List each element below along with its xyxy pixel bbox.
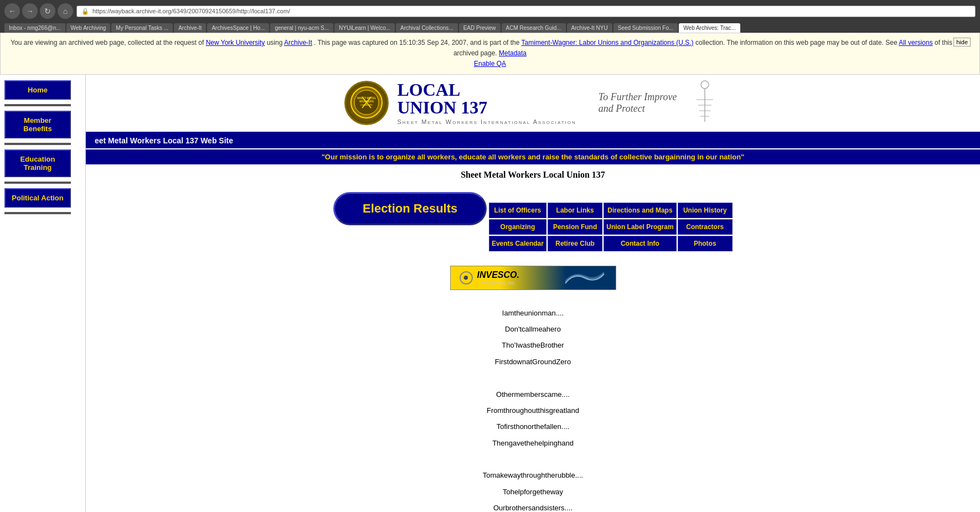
tab-archival[interactable]: Archival Collections... — [396, 23, 458, 33]
lock-icon: 🔒 — [81, 8, 89, 15]
back-button[interactable]: ← — [4, 3, 20, 19]
invesco-decoration — [519, 270, 607, 286]
archive-text: You are viewing an archived web page, co… — [11, 39, 205, 46]
poem-spacer-2 — [97, 453, 969, 466]
sidebar-divider-4 — [4, 212, 71, 214]
invesco-subtitle: Retirement, Inc. — [477, 280, 519, 286]
tab-nyuilearn[interactable]: NYUiLearn | Welco... — [334, 23, 395, 33]
tab-webarchiving[interactable]: Web Archiving — [66, 23, 111, 33]
local-union-title: LOCALUNION 137 — [397, 81, 576, 116]
nav-pension-fund[interactable]: Pension Fund — [548, 219, 602, 235]
archive-banner: hide You are viewing an archived web pag… — [0, 33, 980, 75]
header-decoration — [688, 80, 721, 126]
logo-inner: SHEET METAL WORKERS LOCAL 137 — [350, 86, 383, 120]
home-button[interactable]: ⌂ — [58, 3, 73, 19]
poem-line-10: Tohelpforgetheway — [97, 485, 969, 498]
nav-photos[interactable]: Photos — [678, 236, 733, 251]
sidebar-item-home[interactable]: Home — [4, 80, 71, 100]
tab-inbox[interactable]: Inbox - nmg266@n... — [4, 23, 65, 33]
poem-line-7: Tofirsthonorthefallen.... — [97, 420, 969, 433]
versions-link[interactable]: All versions — [899, 39, 932, 46]
tab-archiveit[interactable]: Archive-It — [174, 23, 206, 33]
tab-tasks[interactable]: My Personal Tasks ... — [111, 23, 173, 33]
tab-general[interactable]: general | nyu-acm S... — [270, 23, 333, 33]
invesco-banner[interactable]: ⚫ INVESCO. Retirement, Inc. — [450, 266, 616, 290]
invesco-name-block: INVESCO. Retirement, Inc. — [477, 270, 519, 286]
poem-line-1: Iamtheunionman.... — [97, 307, 969, 319]
url-text: https://wayback.archive-it.org/6349/2007… — [92, 8, 290, 14]
poem-line-2: Don'tcallmeahero — [97, 323, 969, 335]
browser-tabs: Inbox - nmg266@n... Web Archiving My Per… — [4, 23, 976, 33]
sidebar-item-member-benefits[interactable]: Member Benefits — [4, 111, 71, 138]
content-body: Sheet Metal Workers Local Union 137 Elec… — [86, 164, 980, 512]
sidebar-divider-3 — [4, 182, 71, 184]
metadata-link[interactable]: Metadata — [499, 49, 527, 57]
tab-seed[interactable]: Seed Submission Fo... — [613, 23, 678, 33]
header-subtitle: Sheet Metal Workers International Associ… — [397, 118, 576, 125]
nav-contractors[interactable]: Contractors — [678, 219, 733, 235]
enable-qa-link[interactable]: Enable QA — [474, 60, 506, 68]
header-title: LOCALUNION 137 Sheet Metal Workers Inter… — [397, 81, 576, 125]
site-header: SHEET METAL WORKERS LOCAL 137 LOCALUNION… — [86, 75, 980, 133]
archiveit-link[interactable]: Archive-It — [284, 39, 312, 46]
nyu-link[interactable]: New York University — [206, 39, 265, 46]
archive-text3: . This page was captured on 15:10:35 Sep… — [314, 39, 522, 46]
nav-list-of-officers[interactable]: List of Officers — [489, 203, 546, 218]
invesco-logo: ⚫ — [460, 271, 473, 285]
forward-button[interactable]: → — [22, 3, 38, 19]
address-bar[interactable]: 🔒 https://wayback.archive-it.org/6349/20… — [76, 6, 976, 17]
poem-line-8: Thengavethehelpinghand — [97, 437, 969, 449]
site-title-bar: eet Metal Workers Local 137 Web Site — [86, 133, 980, 148]
hide-button[interactable]: hide — [953, 38, 971, 46]
main-content: SHEET METAL WORKERS LOCAL 137 LOCALUNION… — [86, 75, 980, 512]
sidebar: Home Member Benefits Education Training … — [0, 75, 86, 512]
poem-section: Iamtheunionman.... Don'tcallmeahero Tho'… — [97, 307, 969, 512]
collection-link[interactable]: Tamiment-Wagner: Labor Unions and Organi… — [522, 39, 694, 46]
page-wrapper: Home Member Benefits Education Training … — [0, 75, 980, 512]
browser-toolbar: ← → ↻ ⌂ 🔒 https://wayback.archive-it.org… — [4, 3, 976, 22]
nav-contact-info[interactable]: Contact Info — [604, 236, 676, 251]
archive-text4: collection. The information on this web … — [695, 39, 899, 46]
refresh-button[interactable]: ↻ — [40, 3, 55, 19]
sidebar-divider-1 — [4, 104, 71, 106]
nav-directions-and-maps[interactable]: Directions and Maps — [604, 203, 676, 218]
invesco-name: INVESCO. — [477, 270, 519, 280]
header-tagline: To Further Improve and Protect — [599, 91, 677, 115]
nav-grid: List of Officers Labor Links Directions … — [489, 203, 733, 251]
nav-union-label-program[interactable]: Union Label Program — [604, 219, 676, 235]
poem-line-4: FirstdownatGroundZero — [97, 355, 969, 368]
union-logo: SHEET METAL WORKERS LOCAL 137 — [344, 81, 389, 125]
sidebar-item-education-training[interactable]: Education Training — [4, 149, 71, 177]
poem-line-9: Tomakewaythroughtherubble.... — [97, 469, 969, 482]
nav-organizing[interactable]: Organizing — [489, 219, 546, 235]
poem-line-5: Othermemberscame.... — [97, 388, 969, 401]
nav-labor-links[interactable]: Labor Links — [548, 203, 602, 218]
poem-spacer-1 — [97, 371, 969, 384]
nav-events-calendar[interactable]: Events Calendar — [489, 236, 546, 251]
svg-text:LOCAL 137: LOCAL 137 — [361, 104, 373, 106]
tab-webarchives[interactable]: Web Archives: Trac... — [679, 23, 740, 33]
svg-point-7 — [701, 81, 709, 89]
election-results-button[interactable]: Election Results — [333, 192, 487, 225]
poem-line-6: Fromthroughoutthisgreatland — [97, 404, 969, 417]
invesco-wrapper: ⚫ INVESCO. Retirement, Inc. — [97, 257, 969, 296]
union-name-heading: Sheet Metal Workers Local Union 137 — [97, 170, 969, 180]
mission-bar: "Our mission is to organize all workers,… — [86, 149, 980, 164]
nav-buttons: ← → ↻ ⌂ — [4, 3, 73, 19]
poem-line-11: Ourbrothersandsisters.... — [97, 501, 969, 512]
nav-retiree-club[interactable]: Retiree Club — [548, 236, 602, 251]
browser-chrome: ← → ↻ ⌂ 🔒 https://wayback.archive-it.org… — [0, 0, 980, 33]
tab-archivesspace[interactable]: ArchivesSpace | Ho... — [207, 23, 269, 33]
archive-text2: using — [267, 39, 284, 46]
nav-union-history[interactable]: Union History — [678, 203, 733, 218]
tab-acm[interactable]: ACM Research Guid... — [502, 23, 566, 33]
sidebar-divider-2 — [4, 143, 71, 145]
sidebar-item-political-action[interactable]: Political Action — [4, 188, 71, 208]
tab-archiveit-nyu[interactable]: Archive-It NYU — [567, 23, 612, 33]
tab-ead[interactable]: EAD Preview — [459, 23, 501, 33]
poem-line-3: Tho'IwastheBrother — [97, 339, 969, 351]
